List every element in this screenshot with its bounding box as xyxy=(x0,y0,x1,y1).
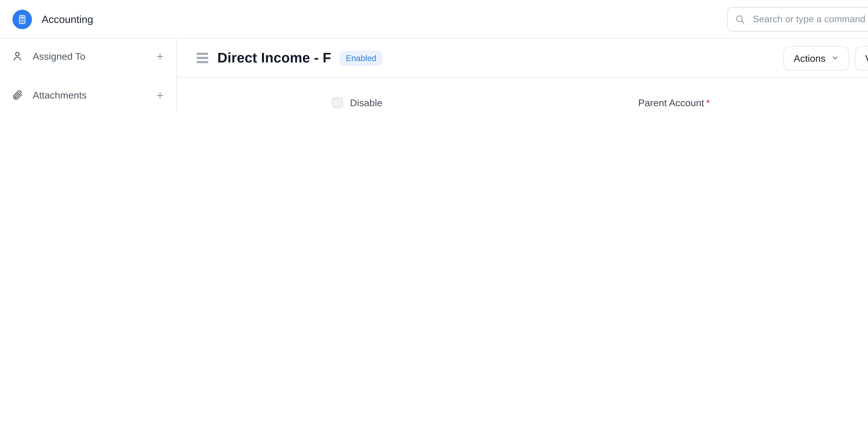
sidebar-item-attachments[interactable]: Attachments xyxy=(11,88,165,102)
navbar-right: Help BS xyxy=(727,7,868,32)
user-icon xyxy=(11,50,24,63)
app-title[interactable]: Accounting xyxy=(42,13,93,25)
hamburger-menu-icon[interactable] xyxy=(196,52,208,64)
top-navbar: Accounting Help xyxy=(0,0,868,39)
page-head: Direct Income - F Enabled Actions View xyxy=(177,39,868,78)
required-marker: * xyxy=(706,97,710,108)
navbar-left: Accounting xyxy=(12,9,93,29)
form-scroll-area: Disable Is Group xyxy=(177,78,868,110)
toolbar: Actions View xyxy=(783,45,868,70)
form-column-right: Parent Account* Income - F Account Type … xyxy=(638,97,868,110)
view-button[interactable]: View xyxy=(855,45,868,70)
disable-checkbox[interactable] xyxy=(332,97,343,108)
form-column-left: Disable Is Group xyxy=(332,97,615,110)
search-input[interactable] xyxy=(751,13,868,25)
plus-icon[interactable] xyxy=(155,51,165,61)
sidebar-item-label: Attachments xyxy=(33,90,155,101)
chevron-down-icon xyxy=(831,54,839,62)
status-badge: Enabled xyxy=(340,50,383,66)
actions-button[interactable]: Actions xyxy=(783,45,849,70)
parent-account-label: Parent Account* xyxy=(638,97,868,109)
sidebar-item-label: Assigned To xyxy=(33,50,155,62)
view-label: View xyxy=(865,53,868,64)
sidebar-item-assigned-to[interactable]: Assigned To xyxy=(11,49,165,63)
paperclip-icon xyxy=(11,89,24,101)
disable-checkbox-row: Disable xyxy=(332,97,615,108)
document-sidebar: Assigned To Attachments xyxy=(0,39,177,110)
search-icon xyxy=(735,13,746,25)
global-search[interactable] xyxy=(727,7,868,32)
app-logo[interactable] xyxy=(12,9,32,29)
accounting-app: Accounting Help xyxy=(0,0,868,110)
calculator-icon xyxy=(17,13,28,25)
plus-icon[interactable] xyxy=(155,90,165,100)
main-area: Direct Income - F Enabled Actions View xyxy=(177,39,868,110)
account-form: Disable Is Group xyxy=(177,78,868,110)
page-title: Direct Income - F xyxy=(217,50,331,66)
parent-account-field-group: Parent Account* Income - F xyxy=(638,97,868,110)
actions-label: Actions xyxy=(794,53,826,64)
disable-label: Disable xyxy=(350,97,382,108)
